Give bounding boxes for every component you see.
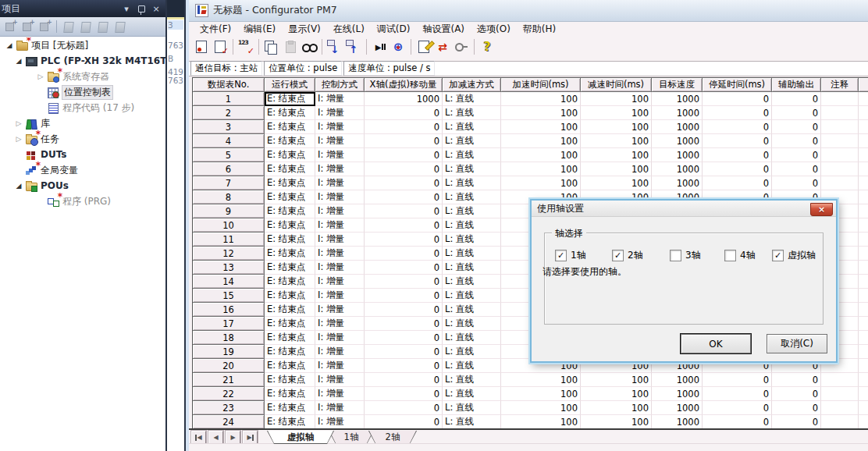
table-cell[interactable] [859,162,868,176]
table-cell[interactable]: L: 直线 [443,247,501,261]
copy-icon[interactable] [262,39,281,55]
panel-close-icon[interactable]: × [150,3,162,15]
add-component-icon[interactable]: + [20,20,35,33]
find-icon[interactable] [300,39,318,55]
table-cell[interactable]: I: 增量 [315,415,365,429]
tree-item-position-table[interactable]: 位置控制表 [0,84,165,100]
nav-last-button[interactable]: ▶ [243,431,258,444]
table-cell[interactable]: 0 [365,204,443,218]
table-cell[interactable]: E: 结束点 [265,401,315,415]
table-cell[interactable]: L: 直线 [443,289,501,303]
title-bar[interactable]: 无标题 - Configurator PM7 [189,0,868,22]
table-cell[interactable]: 1000 [652,92,703,106]
table-cell[interactable]: 100 [581,148,652,162]
sheet-tab-2轴[interactable]: 2轴 [368,431,417,444]
table-cell[interactable]: 0 [365,106,443,120]
table-cell[interactable]: L: 直线 [443,106,501,120]
tool-key-icon[interactable] [452,39,471,55]
tree-item-plc[interactable]: ◢PLC (FP-XH 32k M4T16T [0,53,165,69]
checkbox-box[interactable]: ✓ [555,250,567,261]
table-cell[interactable] [821,120,859,134]
table-cell[interactable]: L: 直线 [443,275,501,289]
table-cell[interactable] [859,331,868,345]
row-header[interactable]: 24 [193,415,265,429]
checkbox-2轴[interactable]: ✓2轴 [612,249,643,262]
table-cell[interactable] [859,148,868,162]
table-cell[interactable]: 0 [365,401,443,415]
edit-icon[interactable] [414,39,433,55]
table-cell[interactable]: I: 增量 [315,190,365,204]
collapsed-arrow-icon[interactable]: ▷ [12,135,25,143]
table-cell[interactable] [859,387,868,401]
table-cell[interactable]: L: 直线 [443,218,501,233]
table-cell[interactable] [859,92,868,106]
table-cell[interactable]: 100 [581,373,652,387]
table-cell[interactable]: 0 [365,303,443,317]
table-cell[interactable]: 0 [365,247,443,261]
table-cell[interactable]: I: 增量 [315,289,365,303]
menu-在线L[interactable]: 在线(L) [327,22,371,37]
table-cell[interactable]: 1000 [652,162,703,176]
table-cell[interactable]: 100 [501,134,581,148]
checkbox-虚拟轴[interactable]: ✓虚拟轴 [772,249,816,262]
menu-文件F[interactable]: 文件(F) [194,22,237,37]
table-cell[interactable] [859,401,868,415]
table-cell[interactable]: 0 [772,373,821,387]
table-cell[interactable]: 0 [772,134,821,148]
positioning-icon[interactable]: ⊕ [389,39,407,55]
table-cell[interactable]: 100 [581,120,652,134]
collapsed-arrow-icon[interactable]: ▷ [34,73,47,80]
table-cell[interactable] [859,120,868,134]
table-cell[interactable]: E: 结束点 [265,359,315,373]
table-cell[interactable] [859,303,868,317]
table-cell[interactable]: 0 [365,233,443,247]
row-header[interactable]: 22 [193,387,265,401]
table-cell[interactable]: 0 [365,261,443,275]
table-cell[interactable] [859,190,868,204]
new-file-icon[interactable] [192,39,211,55]
sheet-tab-虚拟轴[interactable]: 虚拟轴 [267,431,334,444]
table-cell[interactable]: 0 [772,92,821,106]
menu-选项O[interactable]: 选项(O) [471,22,517,37]
table-cell[interactable]: 1000 [652,106,703,120]
table-cell[interactable]: E: 结束点 [265,233,315,247]
table-cell[interactable]: 100 [581,92,652,106]
table-cell[interactable]: 100 [581,401,652,415]
table-cell[interactable]: 0 [365,331,443,345]
table-cell[interactable]: 1000 [652,176,703,190]
table-cell[interactable]: 100 [501,415,581,429]
menu-轴设置A[interactable]: 轴设置(A) [416,22,471,37]
checkbox-box[interactable] [670,250,681,261]
menu-显示V[interactable]: 显示(V) [282,22,327,37]
table-cell[interactable] [859,275,868,289]
table-cell[interactable]: L: 直线 [443,176,501,190]
table-cell[interactable]: L: 直线 [443,190,501,204]
expanded-arrow-icon[interactable]: ◢ [12,57,25,65]
table-cell[interactable] [859,345,868,359]
table-cell[interactable]: I: 增量 [315,359,365,373]
table-cell[interactable]: 0 [703,401,772,415]
table-cell[interactable] [859,261,868,275]
table-cell[interactable]: 0 [772,148,821,162]
panel-dropdown-icon[interactable]: ▾ [120,3,133,15]
table-cell[interactable]: 0 [703,162,772,176]
table-cell[interactable]: I: 增量 [315,134,365,148]
row-header[interactable]: 9 [193,204,265,218]
table-cell[interactable]: E: 结束点 [265,261,315,275]
row-header[interactable]: 20 [193,359,265,373]
table-cell[interactable]: E: 结束点 [265,415,315,429]
table-cell[interactable]: 0 [365,415,443,429]
table-cell[interactable]: L: 直线 [443,373,501,387]
help-icon[interactable]: ? [478,39,496,55]
library-book-icon[interactable] [95,20,111,33]
row-header[interactable]: 5 [193,148,265,162]
table-cell[interactable]: 1000 [365,92,443,106]
row-header[interactable]: 21 [193,373,265,387]
nav-prev-button[interactable]: ◀ [208,431,223,444]
table-cell[interactable]: E: 结束点 [265,204,315,218]
table-cell[interactable]: I: 增量 [315,162,365,176]
table-cell[interactable]: L: 直线 [443,92,501,106]
table-cell[interactable]: 1000 [652,120,703,134]
table-cell[interactable]: E: 结束点 [265,190,315,204]
table-cell[interactable] [821,162,859,176]
